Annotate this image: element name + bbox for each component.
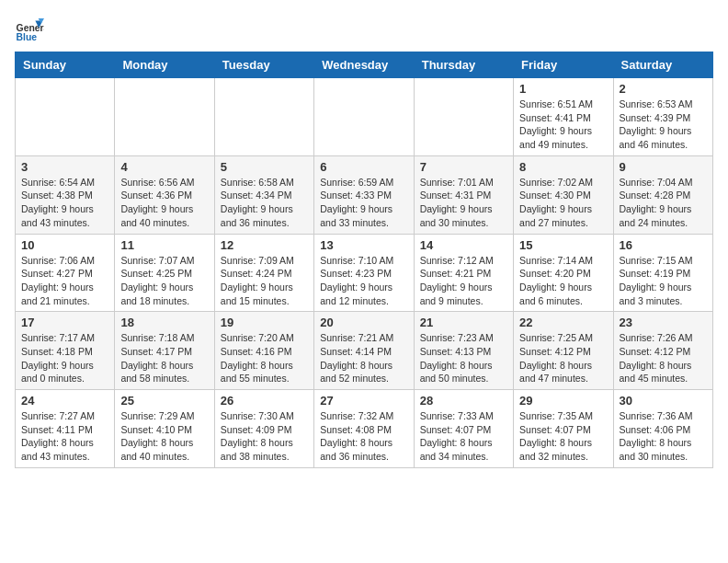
day-number: 29 bbox=[519, 394, 607, 408]
calendar-cell: 12Sunrise: 7:09 AM Sunset: 4:24 PM Dayli… bbox=[214, 234, 313, 312]
day-info: Sunrise: 7:02 AM Sunset: 4:30 PM Dayligh… bbox=[519, 176, 607, 230]
day-number: 5 bbox=[221, 160, 308, 174]
day-number: 24 bbox=[21, 394, 108, 408]
calendar-cell: 24Sunrise: 7:27 AM Sunset: 4:11 PM Dayli… bbox=[16, 390, 115, 468]
calendar-cell: 4Sunrise: 6:56 AM Sunset: 4:36 PM Daylig… bbox=[115, 155, 214, 234]
calendar-cell: 25Sunrise: 7:29 AM Sunset: 4:10 PM Dayli… bbox=[115, 390, 214, 468]
day-info: Sunrise: 7:25 AM Sunset: 4:12 PM Dayligh… bbox=[519, 331, 607, 385]
day-info: Sunrise: 7:18 AM Sunset: 4:17 PM Dayligh… bbox=[120, 331, 208, 385]
calendar-cell: 13Sunrise: 7:10 AM Sunset: 4:23 PM Dayli… bbox=[314, 234, 414, 312]
day-number: 6 bbox=[320, 160, 407, 174]
day-info: Sunrise: 7:36 AM Sunset: 4:06 PM Dayligh… bbox=[620, 409, 707, 464]
calendar-cell: 20Sunrise: 7:21 AM Sunset: 4:14 PM Dayli… bbox=[314, 312, 414, 390]
weekday-header-row: SundayMondayTuesdayWednesdayThursdayFrid… bbox=[16, 52, 713, 78]
calendar-cell: 11Sunrise: 7:07 AM Sunset: 4:25 PM Dayli… bbox=[115, 234, 214, 312]
week-row-5: 24Sunrise: 7:27 AM Sunset: 4:11 PM Dayli… bbox=[16, 390, 713, 468]
day-info: Sunrise: 6:59 AM Sunset: 4:33 PM Dayligh… bbox=[320, 176, 407, 230]
day-info: Sunrise: 6:53 AM Sunset: 4:39 PM Dayligh… bbox=[620, 98, 707, 152]
day-number: 28 bbox=[420, 394, 507, 408]
day-number: 22 bbox=[519, 316, 607, 329]
day-number: 15 bbox=[519, 238, 607, 252]
day-number: 25 bbox=[120, 394, 208, 408]
calendar-cell bbox=[16, 78, 115, 156]
svg-text:Blue: Blue bbox=[17, 32, 38, 42]
header-saturday: Saturday bbox=[613, 52, 712, 78]
page-header: General Blue bbox=[15, 15, 713, 44]
day-number: 12 bbox=[221, 238, 308, 252]
calendar-cell: 5Sunrise: 6:58 AM Sunset: 4:34 PM Daylig… bbox=[214, 155, 313, 234]
week-row-2: 3Sunrise: 6:54 AM Sunset: 4:38 PM Daylig… bbox=[16, 155, 713, 234]
day-number: 18 bbox=[120, 316, 208, 329]
day-info: Sunrise: 7:12 AM Sunset: 4:21 PM Dayligh… bbox=[420, 254, 507, 308]
day-number: 17 bbox=[21, 316, 108, 329]
calendar-cell: 7Sunrise: 7:01 AM Sunset: 4:31 PM Daylig… bbox=[414, 155, 513, 234]
day-number: 11 bbox=[120, 238, 208, 252]
calendar-cell: 30Sunrise: 7:36 AM Sunset: 4:06 PM Dayli… bbox=[613, 390, 712, 468]
calendar-cell: 15Sunrise: 7:14 AM Sunset: 4:20 PM Dayli… bbox=[514, 234, 613, 312]
logo: General Blue bbox=[15, 15, 44, 44]
day-info: Sunrise: 7:27 AM Sunset: 4:11 PM Dayligh… bbox=[21, 409, 108, 464]
calendar-cell: 18Sunrise: 7:18 AM Sunset: 4:17 PM Dayli… bbox=[115, 312, 214, 390]
day-number: 7 bbox=[420, 160, 507, 174]
calendar-cell: 2Sunrise: 6:53 AM Sunset: 4:39 PM Daylig… bbox=[613, 78, 712, 156]
calendar-cell: 16Sunrise: 7:15 AM Sunset: 4:19 PM Dayli… bbox=[613, 234, 712, 312]
day-number: 14 bbox=[420, 238, 507, 252]
day-number: 4 bbox=[120, 160, 208, 174]
calendar-cell: 10Sunrise: 7:06 AM Sunset: 4:27 PM Dayli… bbox=[16, 234, 115, 312]
calendar-cell: 29Sunrise: 7:35 AM Sunset: 4:07 PM Dayli… bbox=[514, 390, 613, 468]
calendar-cell: 19Sunrise: 7:20 AM Sunset: 4:16 PM Dayli… bbox=[214, 312, 313, 390]
day-info: Sunrise: 6:56 AM Sunset: 4:36 PM Dayligh… bbox=[120, 176, 208, 230]
calendar-cell: 1Sunrise: 6:51 AM Sunset: 4:41 PM Daylig… bbox=[514, 78, 613, 156]
day-info: Sunrise: 7:17 AM Sunset: 4:18 PM Dayligh… bbox=[21, 331, 108, 385]
header-friday: Friday bbox=[514, 52, 613, 78]
day-info: Sunrise: 6:58 AM Sunset: 4:34 PM Dayligh… bbox=[221, 176, 308, 230]
week-row-1: 1Sunrise: 6:51 AM Sunset: 4:41 PM Daylig… bbox=[16, 78, 713, 156]
header-wednesday: Wednesday bbox=[314, 52, 414, 78]
calendar-cell bbox=[414, 78, 513, 156]
day-number: 16 bbox=[620, 238, 707, 252]
day-number: 2 bbox=[620, 82, 707, 96]
header-tuesday: Tuesday bbox=[214, 52, 313, 78]
calendar-cell: 8Sunrise: 7:02 AM Sunset: 4:30 PM Daylig… bbox=[514, 155, 613, 234]
calendar-cell bbox=[115, 78, 214, 156]
day-info: Sunrise: 7:32 AM Sunset: 4:08 PM Dayligh… bbox=[320, 409, 407, 464]
day-info: Sunrise: 7:23 AM Sunset: 4:13 PM Dayligh… bbox=[420, 331, 507, 385]
day-number: 1 bbox=[519, 82, 607, 96]
calendar-cell: 22Sunrise: 7:25 AM Sunset: 4:12 PM Dayli… bbox=[514, 312, 613, 390]
day-number: 3 bbox=[21, 160, 108, 174]
day-info: Sunrise: 6:54 AM Sunset: 4:38 PM Dayligh… bbox=[21, 176, 108, 230]
day-info: Sunrise: 7:09 AM Sunset: 4:24 PM Dayligh… bbox=[221, 254, 308, 308]
day-info: Sunrise: 7:15 AM Sunset: 4:19 PM Dayligh… bbox=[620, 254, 707, 308]
calendar-cell: 9Sunrise: 7:04 AM Sunset: 4:28 PM Daylig… bbox=[613, 155, 712, 234]
day-number: 21 bbox=[420, 316, 507, 329]
calendar-cell bbox=[314, 78, 414, 156]
day-info: Sunrise: 7:21 AM Sunset: 4:14 PM Dayligh… bbox=[320, 331, 407, 385]
header-monday: Monday bbox=[115, 52, 214, 78]
calendar-cell: 28Sunrise: 7:33 AM Sunset: 4:07 PM Dayli… bbox=[414, 390, 513, 468]
day-number: 13 bbox=[320, 238, 407, 252]
day-number: 26 bbox=[221, 394, 308, 408]
day-info: Sunrise: 7:26 AM Sunset: 4:12 PM Dayligh… bbox=[620, 331, 707, 385]
calendar-cell: 23Sunrise: 7:26 AM Sunset: 4:12 PM Dayli… bbox=[613, 312, 712, 390]
day-info: Sunrise: 7:07 AM Sunset: 4:25 PM Dayligh… bbox=[120, 254, 208, 308]
calendar-cell: 26Sunrise: 7:30 AM Sunset: 4:09 PM Dayli… bbox=[214, 390, 313, 468]
day-info: Sunrise: 7:20 AM Sunset: 4:16 PM Dayligh… bbox=[221, 331, 308, 385]
day-info: Sunrise: 7:06 AM Sunset: 4:27 PM Dayligh… bbox=[21, 254, 108, 308]
header-thursday: Thursday bbox=[414, 52, 513, 78]
calendar: SundayMondayTuesdayWednesdayThursdayFrid… bbox=[15, 52, 713, 468]
day-number: 9 bbox=[620, 160, 707, 174]
calendar-cell bbox=[214, 78, 313, 156]
day-info: Sunrise: 7:29 AM Sunset: 4:10 PM Dayligh… bbox=[120, 409, 208, 464]
day-number: 10 bbox=[21, 238, 108, 252]
logo-icon: General Blue bbox=[15, 15, 44, 44]
week-row-4: 17Sunrise: 7:17 AM Sunset: 4:18 PM Dayli… bbox=[16, 312, 713, 390]
day-info: Sunrise: 7:14 AM Sunset: 4:20 PM Dayligh… bbox=[519, 254, 607, 308]
calendar-cell: 27Sunrise: 7:32 AM Sunset: 4:08 PM Dayli… bbox=[314, 390, 414, 468]
day-number: 19 bbox=[221, 316, 308, 329]
day-info: Sunrise: 7:01 AM Sunset: 4:31 PM Dayligh… bbox=[420, 176, 507, 230]
day-number: 8 bbox=[519, 160, 607, 174]
calendar-cell: 21Sunrise: 7:23 AM Sunset: 4:13 PM Dayli… bbox=[414, 312, 513, 390]
week-row-3: 10Sunrise: 7:06 AM Sunset: 4:27 PM Dayli… bbox=[16, 234, 713, 312]
calendar-cell: 6Sunrise: 6:59 AM Sunset: 4:33 PM Daylig… bbox=[314, 155, 414, 234]
day-info: Sunrise: 7:33 AM Sunset: 4:07 PM Dayligh… bbox=[420, 409, 507, 464]
